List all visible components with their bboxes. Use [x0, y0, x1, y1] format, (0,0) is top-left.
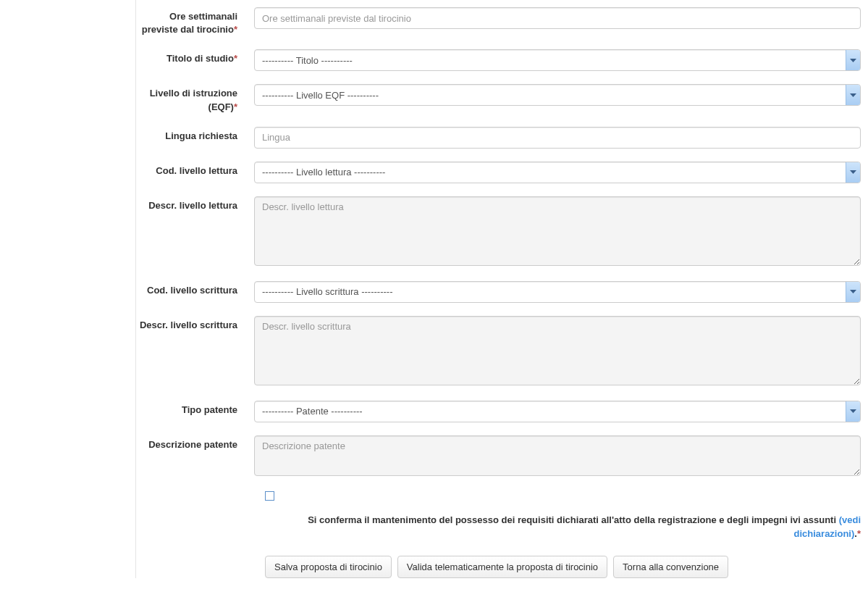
lingua-input[interactable] — [254, 127, 861, 149]
row-tipo-patente: Tipo patente ---------- Patente --------… — [136, 401, 868, 422]
required-marker: * — [234, 101, 237, 112]
cod-lettura-select[interactable]: ---------- Livello lettura ---------- — [254, 162, 861, 183]
label-ore: Ore settimanali previste dal tirocinio* — [136, 7, 248, 36]
row-ore: Ore settimanali previste dal tirocinio* — [136, 7, 868, 36]
row-descr-lettura: Descr. livello lettura — [136, 196, 868, 268]
button-row: Salva proposta di tirocinio Valida telem… — [136, 556, 868, 578]
label-descr-patente: Descrizione patente — [136, 435, 248, 451]
row-lingua: Lingua richiesta — [136, 127, 868, 149]
label-tipo-patente: Tipo patente — [136, 401, 248, 417]
row-descr-scrittura: Descr. livello scrittura — [136, 316, 868, 388]
confirmation-text: Si conferma il mantenimento del possesso… — [136, 513, 868, 541]
form-area: Ore settimanali previste dal tirocinio* … — [135, 0, 868, 578]
row-titolo: Titolo di studio* ---------- Titolo ----… — [136, 49, 868, 71]
cod-scrittura-select[interactable]: ---------- Livello scrittura ---------- — [254, 281, 861, 303]
required-marker: * — [857, 528, 861, 539]
tipo-patente-select[interactable]: ---------- Patente ---------- — [254, 401, 861, 422]
row-livello-eqf: Livello di istruzione (EQF)* ---------- … — [136, 84, 868, 113]
required-marker: * — [234, 24, 237, 35]
label-titolo: Titolo di studio* — [136, 49, 248, 65]
descr-lettura-textarea[interactable] — [254, 196, 861, 266]
back-button[interactable]: Torna alla convenzione — [613, 556, 728, 578]
descr-patente-textarea[interactable] — [254, 435, 861, 476]
ore-input[interactable] — [254, 7, 861, 29]
descr-scrittura-textarea[interactable] — [254, 316, 861, 385]
validate-button[interactable]: Valida telematicamente la proposta di ti… — [397, 556, 607, 578]
label-cod-scrittura: Cod. livello scrittura — [136, 281, 248, 297]
titolo-select[interactable]: ---------- Titolo ---------- — [254, 49, 861, 71]
row-cod-scrittura: Cod. livello scrittura ---------- Livell… — [136, 281, 868, 303]
row-descr-patente: Descrizione patente — [136, 435, 868, 478]
label-descr-scrittura: Descr. livello scrittura — [136, 316, 248, 332]
row-cod-lettura: Cod. livello lettura ---------- Livello … — [136, 162, 868, 183]
label-lingua: Lingua richiesta — [136, 127, 248, 143]
livello-eqf-select[interactable]: ---------- Livello EQF ---------- — [254, 84, 861, 106]
required-marker: * — [234, 53, 237, 64]
label-cod-lettura: Cod. livello lettura — [136, 162, 248, 178]
save-button[interactable]: Salva proposta di tirocinio — [265, 556, 392, 578]
confirm-checkbox[interactable] — [265, 491, 274, 501]
label-livello-eqf: Livello di istruzione (EQF)* — [136, 84, 248, 113]
label-descr-lettura: Descr. livello lettura — [136, 196, 248, 212]
